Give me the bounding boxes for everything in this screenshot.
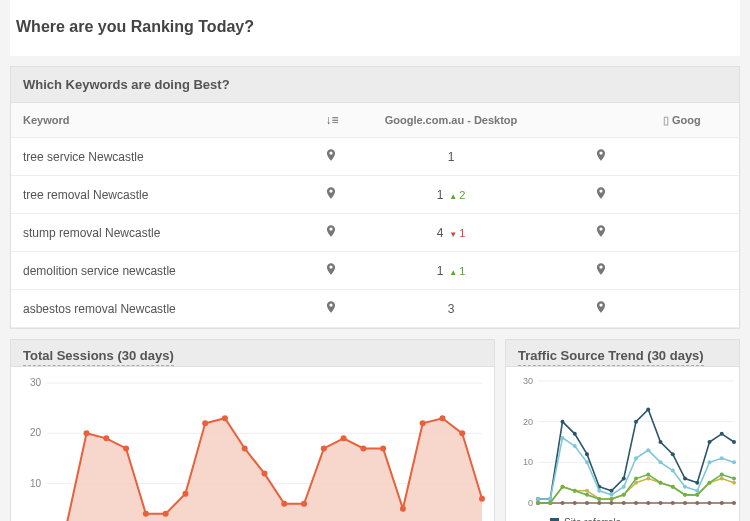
map-pin-icon[interactable]: [551, 176, 651, 214]
svg-point-30: [479, 496, 485, 502]
sort-desc-icon: ↓≡: [325, 113, 338, 127]
svg-point-52: [695, 481, 699, 485]
map-pin-icon[interactable]: [551, 214, 651, 252]
svg-point-54: [720, 432, 724, 436]
svg-text:20: 20: [30, 427, 42, 438]
svg-point-60: [585, 460, 589, 464]
sessions-chart-panel: Total Sessions (30 days) 0102030: [10, 339, 495, 521]
svg-point-115: [634, 477, 638, 481]
keywords-table: Keyword ↓≡ Google.com.au - Desktop ▯Goog…: [11, 103, 739, 328]
traffic-chart: 0102030: [510, 373, 740, 513]
svg-point-112: [597, 497, 601, 501]
col-rank2-label: Goog: [672, 114, 701, 126]
svg-point-104: [708, 501, 712, 505]
svg-point-18: [242, 445, 248, 451]
svg-point-48: [646, 407, 650, 411]
keyword-cell: tree service Newcastle: [11, 138, 311, 176]
rank2-cell: [651, 176, 739, 214]
rank-cell: 11: [351, 252, 551, 290]
svg-point-61: [597, 489, 601, 493]
svg-point-108: [548, 501, 552, 505]
svg-point-93: [573, 501, 577, 505]
svg-point-96: [610, 501, 614, 505]
svg-point-19: [262, 471, 268, 477]
col-rank1-label: Google.com.au - Desktop: [385, 114, 518, 126]
map-pin-icon[interactable]: [311, 290, 351, 328]
table-row[interactable]: tree removal Newcastle12: [11, 176, 739, 214]
svg-point-62: [610, 493, 614, 497]
svg-point-100: [659, 501, 663, 505]
svg-point-51: [683, 477, 687, 481]
map-pin-icon[interactable]: [311, 252, 351, 290]
svg-point-89: [732, 481, 736, 485]
svg-point-94: [585, 501, 589, 505]
svg-point-15: [182, 491, 188, 497]
svg-point-82: [646, 477, 650, 481]
page-title: Where are you Ranking Today?: [10, 0, 740, 56]
sessions-chart: 0102030: [15, 373, 492, 521]
svg-point-117: [659, 481, 663, 485]
svg-point-122: [720, 473, 724, 477]
svg-text:10: 10: [523, 457, 533, 467]
svg-point-20: [281, 501, 287, 507]
rank2-cell: [651, 138, 739, 176]
svg-point-107: [536, 501, 540, 505]
col-rank2-trunc[interactable]: ▯Goog: [651, 103, 739, 138]
rank-cell: 1: [351, 138, 551, 176]
table-row[interactable]: tree service Newcastle1: [11, 138, 739, 176]
svg-point-53: [708, 440, 712, 444]
keyword-cell: tree removal Newcastle: [11, 176, 311, 214]
svg-point-69: [695, 489, 699, 493]
svg-text:30: 30: [30, 377, 42, 388]
svg-point-25: [380, 445, 386, 451]
table-row[interactable]: asbestos removal Newcastle3: [11, 290, 739, 328]
keyword-cell: asbestos removal Newcastle: [11, 290, 311, 328]
svg-point-59: [573, 444, 577, 448]
svg-point-49: [659, 440, 663, 444]
sessions-chart-header: Total Sessions (30 days): [23, 348, 174, 366]
svg-point-105: [720, 501, 724, 505]
map-pin-icon[interactable]: [311, 214, 351, 252]
svg-point-13: [143, 511, 149, 517]
svg-point-63: [622, 485, 626, 489]
svg-point-116: [646, 473, 650, 477]
table-row[interactable]: demolition service newcastle11: [11, 252, 739, 290]
svg-point-71: [720, 456, 724, 460]
keywords-panel: Which Keywords are doing Best? Keyword ↓…: [10, 66, 740, 329]
svg-point-72: [732, 460, 736, 464]
svg-point-64: [634, 456, 638, 460]
svg-point-106: [732, 501, 736, 505]
svg-text:0: 0: [528, 498, 533, 508]
legend-site-referrals: Site referrals: [550, 517, 621, 521]
mobile-icon: ▯: [663, 114, 669, 126]
col-keyword[interactable]: Keyword: [11, 103, 311, 138]
svg-point-114: [622, 493, 626, 497]
svg-point-113: [610, 497, 614, 501]
table-row[interactable]: stump removal Newcastle41: [11, 214, 739, 252]
svg-point-46: [622, 477, 626, 481]
svg-point-56: [536, 497, 540, 501]
rank2-cell: [651, 214, 739, 252]
svg-point-42: [573, 432, 577, 436]
svg-point-68: [683, 485, 687, 489]
svg-point-22: [321, 445, 327, 451]
svg-point-24: [360, 445, 366, 451]
svg-point-111: [585, 493, 589, 497]
svg-point-88: [720, 477, 724, 481]
col-sort[interactable]: ↓≡: [311, 103, 351, 138]
keywords-panel-header: Which Keywords are doing Best?: [11, 67, 739, 103]
svg-point-29: [459, 430, 465, 436]
svg-point-47: [634, 420, 638, 424]
svg-point-102: [683, 501, 687, 505]
traffic-legend: Site referrals Organic search referrals …: [510, 513, 735, 521]
map-pin-icon[interactable]: [551, 290, 651, 328]
svg-point-98: [634, 501, 638, 505]
svg-point-21: [301, 501, 307, 507]
map-pin-icon[interactable]: [311, 176, 351, 214]
svg-text:30: 30: [523, 376, 533, 386]
map-pin-icon[interactable]: [551, 252, 651, 290]
map-pin-icon[interactable]: [551, 138, 651, 176]
col-rank1[interactable]: Google.com.au - Desktop: [351, 103, 551, 138]
svg-point-26: [400, 506, 406, 512]
map-pin-icon[interactable]: [311, 138, 351, 176]
